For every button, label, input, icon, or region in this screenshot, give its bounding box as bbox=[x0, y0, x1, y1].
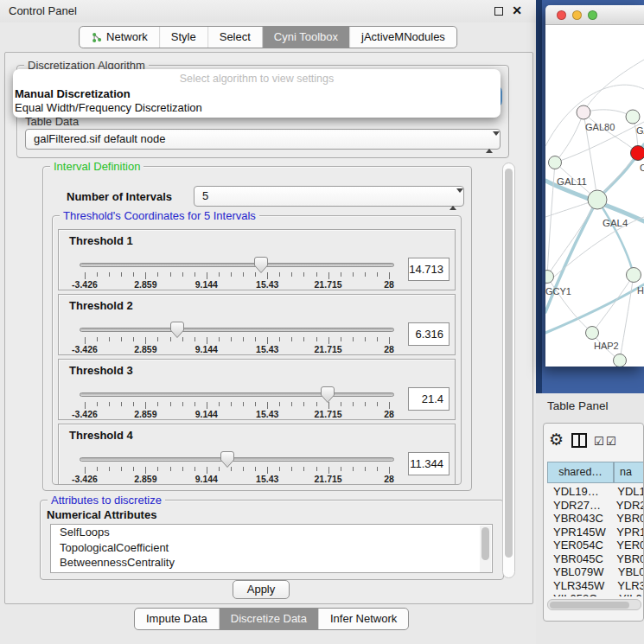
table-panel-title: Table Panel bbox=[547, 399, 609, 412]
checkbox-checked-icon[interactable]: ☑ bbox=[606, 435, 616, 448]
threshold-panel-1: Threshold 1-3.4262.8599.14415.4321.71528… bbox=[58, 229, 456, 290]
threshold-slider-thumb[interactable] bbox=[170, 322, 184, 338]
table-row[interactable]: YPR145WYPR1 bbox=[547, 526, 644, 539]
cell-name: YIL0 bbox=[614, 592, 642, 596]
column-split-icon[interactable] bbox=[571, 433, 587, 448]
zoom-traffic-light[interactable] bbox=[588, 10, 597, 20]
threshold-slider-track[interactable] bbox=[80, 328, 394, 332]
popup-option-manual-discretization[interactable]: Manual Discretization bbox=[15, 87, 131, 100]
gear-icon[interactable]: ⚙ bbox=[549, 430, 564, 450]
network-node-h[interactable] bbox=[627, 268, 641, 283]
tab-discretize-data[interactable]: Discretize Data bbox=[219, 609, 318, 629]
top-tab-bar: NetworkStyleSelectCyni ToolboxjActiveMNo… bbox=[79, 26, 457, 48]
table-row[interactable]: YDL19…YDL1 bbox=[547, 485, 644, 499]
numerical-attributes-heading: Numerical Attributes bbox=[47, 508, 156, 521]
attribute-item-selfloops[interactable]: SelfLoops bbox=[51, 525, 492, 540]
network-node-gal80[interactable] bbox=[577, 105, 590, 119]
interval-definition-group: Interval Definition Number of Intervals … bbox=[42, 166, 472, 491]
network-node-hap2[interactable] bbox=[586, 327, 599, 340]
threshold-value-field[interactable]: 21.4 bbox=[408, 387, 450, 411]
threshold-value-field[interactable]: 11.344 bbox=[408, 452, 450, 475]
tab-label: Style bbox=[171, 27, 196, 48]
table-row[interactable]: YLR345WYLR3 bbox=[547, 579, 644, 593]
table-data-combobox[interactable]: galFiltered.sif default node bbox=[25, 129, 501, 150]
tab-network[interactable]: Network bbox=[80, 27, 159, 48]
network-icon bbox=[91, 32, 102, 43]
column-header-shared[interactable]: shared… bbox=[547, 462, 614, 483]
tab-impute-data[interactable]: Impute Data bbox=[135, 609, 219, 629]
threshold-label: Threshold 2 bbox=[69, 299, 133, 312]
numerical-attributes-list[interactable]: SelfLoopsTopologicalCoefficientBetweenne… bbox=[50, 524, 493, 573]
network-node[interactable] bbox=[614, 354, 627, 367]
network-edges bbox=[545, 60, 644, 360]
table-row[interactable]: YIL052CYIL0 bbox=[547, 592, 644, 596]
network-node-label: C bbox=[640, 163, 644, 173]
cyni-toolbox-panel: Discretization Algorithm Table Data galF… bbox=[4, 52, 533, 604]
slider-scale-labels: -3.4262.8599.14415.4321.71528 bbox=[85, 279, 389, 290]
tab-label: jActiveMNodules bbox=[361, 27, 445, 48]
cell-shared-name: YDR27… bbox=[547, 499, 611, 513]
threshold-slider-track[interactable] bbox=[80, 263, 394, 267]
threshold-slider-thumb[interactable] bbox=[220, 451, 234, 468]
column-header-name[interactable]: na bbox=[614, 462, 644, 483]
minimize-traffic-light[interactable] bbox=[572, 10, 582, 20]
tab-jactivemnodules[interactable]: jActiveMNodules bbox=[349, 27, 456, 48]
table-row[interactable]: YER054CYER0 bbox=[547, 539, 644, 552]
float-icon[interactable] bbox=[494, 7, 503, 16]
table-horizontal-scrollbar[interactable] bbox=[547, 599, 641, 610]
threshold-slider-thumb[interactable] bbox=[321, 386, 335, 403]
network-node-label: GAL4 bbox=[603, 218, 628, 228]
cell-shared-name: YIL052C bbox=[547, 592, 614, 596]
right-region: GAL80GACGAL11GAL4GCY1HHAP2 Table Panel ⚙… bbox=[536, 0, 644, 644]
cell-name: YLR3 bbox=[612, 579, 644, 593]
panel-vertical-scrollbar[interactable] bbox=[502, 163, 515, 578]
number-of-intervals-value: 5 bbox=[202, 189, 208, 202]
combo-stepper-icon bbox=[486, 133, 494, 145]
close-icon[interactable]: ✕ bbox=[512, 3, 522, 17]
table-panel-header: Table Panel bbox=[536, 393, 644, 420]
combo-stepper-icon bbox=[450, 190, 457, 202]
apply-button[interactable]: Apply bbox=[233, 580, 290, 599]
tab-cyni-toolbox[interactable]: Cyni Toolbox bbox=[262, 27, 349, 48]
threshold-slider-track[interactable] bbox=[80, 457, 394, 462]
control-panel: Control Panel ✕ NetworkStyleSelectCyni T… bbox=[0, 0, 536, 644]
network-node-ga[interactable] bbox=[626, 110, 640, 124]
table-toolbar: ⚙ ☑ ☑ bbox=[544, 424, 643, 460]
attributes-scrollbar[interactable] bbox=[480, 526, 491, 573]
network-canvas[interactable]: GAL80GACGAL11GAL4GCY1HHAP2 bbox=[545, 25, 644, 367]
threshold-label: Threshold 1 bbox=[69, 234, 133, 247]
network-node-label: GAL80 bbox=[585, 122, 615, 132]
tab-style[interactable]: Style bbox=[159, 27, 207, 48]
checkbox-checked-icon[interactable]: ☑ bbox=[594, 435, 604, 448]
network-node-c[interactable] bbox=[631, 146, 644, 161]
threshold-slider-thumb[interactable] bbox=[254, 257, 268, 273]
number-of-intervals-combobox[interactable]: 5 bbox=[194, 186, 464, 207]
threshold-panel-4: Threshold 4-3.4262.8599.14415.4321.71528… bbox=[58, 424, 456, 485]
tab-infer-network[interactable]: Infer Network bbox=[318, 609, 408, 629]
threshold-value-field[interactable]: 14.713 bbox=[408, 258, 450, 281]
popup-option-equal-width-frequency[interactable]: Equal Width/Frequency Discretization bbox=[15, 101, 202, 114]
network-node-gal11[interactable] bbox=[549, 156, 562, 169]
network-node-gcy1[interactable] bbox=[545, 271, 554, 284]
table-header-row: shared… na bbox=[547, 462, 644, 483]
threshold-value-field[interactable]: 6.316 bbox=[408, 322, 450, 346]
table-row[interactable]: YBR045CYBR0 bbox=[547, 552, 644, 566]
attribute-item-topologicalcoefficient[interactable]: TopologicalCoefficient bbox=[51, 540, 492, 556]
threshold-label: Threshold 3 bbox=[69, 364, 133, 377]
close-traffic-light[interactable] bbox=[557, 10, 566, 20]
threshold-panel-2: Threshold 2-3.4262.8599.14415.4321.71528… bbox=[58, 294, 456, 355]
cell-name: YBR0 bbox=[611, 512, 644, 526]
slider-scale-labels: -3.4262.8599.14415.4321.71528 bbox=[85, 409, 389, 419]
attribute-item-betweennesscentrality[interactable]: BetweennessCentrality bbox=[51, 555, 492, 571]
tab-select[interactable]: Select bbox=[207, 27, 262, 48]
threshold-label: Threshold 4 bbox=[69, 429, 133, 442]
cell-shared-name: YDL19… bbox=[547, 485, 612, 499]
table-row[interactable]: YBL079WYBL0 bbox=[547, 565, 644, 579]
number-of-intervals-label: Number of Intervals bbox=[67, 190, 172, 203]
table-row[interactable]: YBR043CYBR0 bbox=[547, 512, 644, 526]
network-node-gal4[interactable] bbox=[588, 190, 607, 209]
cell-shared-name: YBR045C bbox=[547, 552, 611, 566]
bottom-tab-bar: Impute DataDiscretize DataInfer Network bbox=[134, 608, 409, 630]
table-row[interactable]: YDR27…YDR2 bbox=[547, 499, 644, 513]
threshold-slider-track[interactable] bbox=[80, 392, 394, 397]
